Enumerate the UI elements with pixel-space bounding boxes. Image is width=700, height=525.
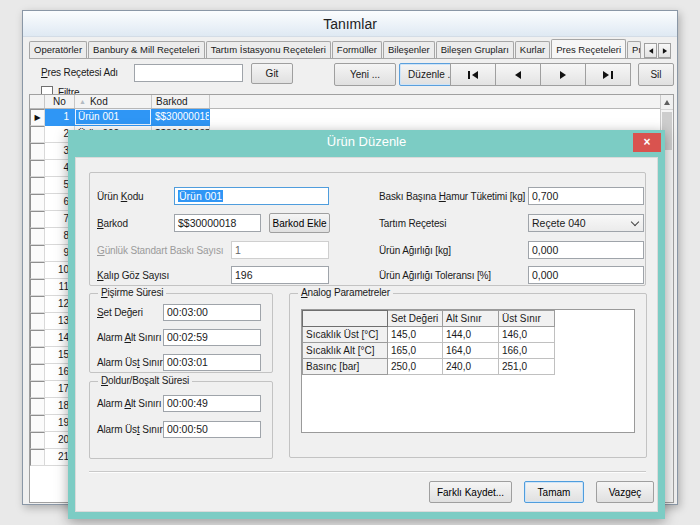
tolerans-label: Ürün Ağırlığı Toleransı [%] — [379, 270, 491, 281]
row-indicator-cell — [30, 313, 45, 330]
doldur-alarm-ust-label: Alarm Üst Sınır — [97, 424, 163, 435]
barkod-ekle-button[interactable]: Barkod Ekle — [269, 213, 330, 233]
grid-header-kod-label: Kod — [90, 95, 108, 108]
farkli-kaydet-button[interactable]: Farklı Kaydet... — [429, 481, 512, 503]
vazgec-button[interactable]: Vazgeç — [596, 481, 654, 503]
analog-row[interactable]: Basınç [bar]250,0240,0251,0 — [303, 359, 555, 375]
analog-cell-alt[interactable]: 240,0 — [443, 359, 499, 375]
cell-no: 1 — [45, 109, 75, 126]
desktop: Tanımlar OperatörlerBanbury & Mill Reçet… — [0, 0, 700, 525]
tolerans-input[interactable]: 0,000 — [528, 266, 644, 284]
pisirme-alarm-ust-input[interactable]: 00:03:01 — [163, 354, 261, 371]
urun-kodu-input[interactable]: Ürün 001 — [174, 187, 329, 205]
dialog-content: Ürün Kodu Ürün 001 Barkod $$30000018 Bar… — [75, 157, 658, 512]
tab-tart-m-i-stasyonu-re-eteleri[interactable]: Tartım İstasyonu Reçeteleri — [206, 41, 331, 58]
dialog-title: Ürün Düzenle — [68, 130, 665, 154]
row-indicator-cell — [30, 228, 45, 245]
analog-corner-cell — [303, 311, 388, 327]
analog-row-header: Basınç [bar] — [303, 359, 388, 375]
row-indicator-cell — [30, 279, 45, 296]
doldur-alarm-alt-label: Alarm Alt Sınırı — [97, 398, 161, 409]
urun-kodu-label: Ürün Kodu — [97, 191, 144, 202]
analog-cell-set[interactable]: 250,0 — [388, 359, 443, 375]
agirlik-label: Ürün Ağırlığı [kg] — [379, 245, 451, 256]
nav-prev-button[interactable] — [495, 63, 541, 86]
row-indicator-icon: ▶ — [34, 114, 40, 122]
row-indicator-cell — [30, 177, 45, 194]
analog-cell-ust[interactable]: 251,0 — [499, 359, 555, 375]
tartim-recetesi-select[interactable]: Reçete 040 — [528, 214, 644, 232]
tamam-button[interactable]: Tamam — [524, 481, 584, 503]
set-degeri-input[interactable]: 00:03:00 — [163, 304, 261, 321]
analog-col-ust: Üst Sınır — [499, 311, 555, 327]
scrollbar-up-button[interactable] — [661, 95, 673, 110]
hamur-input[interactable]: 0,700 — [528, 187, 644, 205]
analog-parametreler-legend: Analog Parametreler — [298, 287, 393, 298]
tab-bile-en-gruplar-[interactable]: Bileşen Grupları — [436, 41, 514, 58]
nav-last-button[interactable] — [585, 63, 631, 86]
row-indicator-cell: ▶ — [30, 109, 45, 126]
last-bar-icon — [611, 71, 613, 79]
doldur-bosalt-group: Doldur/Boşalt Süresi — [89, 381, 273, 459]
analog-cell-ust[interactable]: 146,0 — [499, 327, 555, 343]
tab-pres-re-eteleri[interactable]: Pres Reçeteleri — [551, 39, 626, 58]
nav-next-button[interactable] — [540, 63, 586, 86]
tab-scroll-right-button[interactable] — [658, 43, 671, 58]
analog-row[interactable]: Sıcaklık Alt [°C]165,0164,0166,0 — [303, 343, 555, 359]
tab-pres-alarm-ned[interactable]: Pres Alarm Ned — [627, 41, 641, 58]
doldur-alarm-alt-input[interactable]: 00:00:49 — [163, 395, 261, 412]
row-indicator-cell — [30, 415, 45, 432]
last-triangle-icon — [603, 71, 609, 79]
grid-row-1[interactable]: ▶1Ürün 001$$30000018 — [30, 109, 660, 126]
analog-cell-set[interactable]: 165,0 — [388, 343, 443, 359]
urun-duzenle-dialog: Ürün Düzenle × Ürün Kodu Ürün 001 Barkod… — [68, 130, 665, 519]
grid-header[interactable]: No ▲Kod Barkod — [30, 95, 660, 109]
agirlik-input[interactable]: 0,000 — [528, 241, 644, 259]
tab-scroll-left-button[interactable] — [644, 43, 657, 58]
window-title: Tanımlar — [23, 11, 677, 37]
doldur-alarm-ust-input[interactable]: 00:00:50 — [163, 421, 261, 438]
row-indicator-cell — [30, 211, 45, 228]
pisirme-alarm-alt-label: Alarm Alt Sınırı — [97, 332, 161, 343]
kalip-goz-input[interactable]: 196 — [231, 266, 329, 284]
set-degeri-label: Set Değeri — [97, 307, 143, 318]
gunluk-label: Günlük Standart Baskı Sayısı — [97, 245, 223, 256]
yeni-button[interactable]: Yeni ... — [334, 63, 396, 86]
analog-row[interactable]: Sıcaklık Üst [°C]145,0144,0146,0 — [303, 327, 555, 343]
pisirme-alarm-ust-label: Alarm Üst Sınır — [97, 357, 163, 368]
barkod-label: Barkod — [97, 218, 128, 229]
chevron-down-icon — [631, 217, 639, 225]
analog-cell-alt[interactable]: 144,0 — [443, 327, 499, 343]
grid-header-barkod[interactable]: Barkod — [152, 95, 210, 108]
git-button[interactable]: Git — [251, 63, 293, 84]
analog-cell-ust[interactable]: 166,0 — [499, 343, 555, 359]
tab-form-ller[interactable]: Formüller — [332, 41, 382, 58]
row-indicator-cell — [30, 330, 45, 347]
tab-operat-rler[interactable]: Operatörler — [29, 41, 87, 58]
tab-kurlar[interactable]: Kurlar — [515, 41, 550, 58]
nav-first-button[interactable] — [450, 63, 496, 86]
analog-row-header: Sıcaklık Üst [°C] — [303, 327, 388, 343]
barkod-input[interactable]: $$30000018 — [174, 214, 261, 232]
analog-cell-alt[interactable]: 164,0 — [443, 343, 499, 359]
tartim-recetesi-label: Tartım Reçetesi — [379, 218, 446, 229]
row-indicator-cell — [30, 126, 45, 143]
grid-header-no[interactable]: No — [45, 95, 75, 108]
sil-button[interactable]: Sil — [638, 63, 674, 86]
row-indicator-cell — [30, 398, 45, 415]
row-indicator-cell — [30, 160, 45, 177]
tab-banbury-mill-re-eteleri[interactable]: Banbury & Mill Reçeteleri — [88, 41, 205, 58]
tab-bile-enler[interactable]: Bileşenler — [383, 41, 435, 58]
row-indicator-cell — [30, 262, 45, 279]
kalip-goz-label: Kalıp Göz Sayısı — [97, 270, 169, 281]
row-indicator-cell — [30, 347, 45, 364]
tab-strip: OperatörlerBanbury & Mill ReçeteleriTart… — [29, 38, 671, 59]
combo-value: Reçete 040 — [532, 217, 586, 229]
recipe-name-input[interactable] — [134, 64, 243, 82]
pisirme-alarm-alt-input[interactable]: 00:02:59 — [163, 329, 261, 346]
grid-header-kod[interactable]: ▲Kod — [75, 95, 152, 108]
analog-col-set: Set Değeri — [388, 311, 443, 327]
close-icon[interactable]: × — [633, 133, 661, 152]
row-indicator-cell — [30, 296, 45, 313]
analog-cell-set[interactable]: 145,0 — [388, 327, 443, 343]
